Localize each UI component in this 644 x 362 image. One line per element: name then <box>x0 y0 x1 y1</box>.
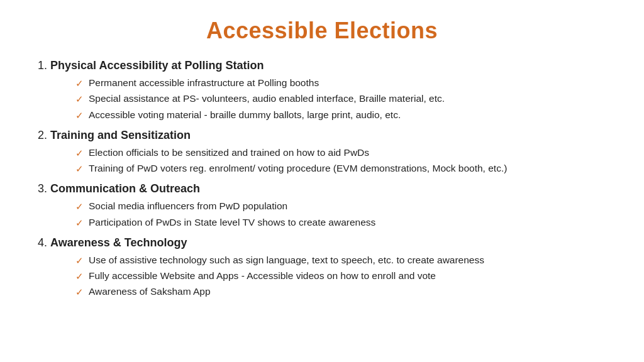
bullet-text: Participation of PwDs in State level TV … <box>89 215 375 230</box>
content-area: 1. Physical Accessibility at Polling Sta… <box>38 55 606 300</box>
bullet-text: Election officials to be sensitized and … <box>89 145 369 160</box>
bullet-list-4: ✓Use of assistive technology such as sig… <box>38 253 606 300</box>
list-item: ✓Special assistance at PS- volunteers, a… <box>38 91 606 106</box>
checkmark-icon: ✓ <box>75 285 84 299</box>
bullet-list-2: ✓Election officials to be sensitized and… <box>38 145 606 177</box>
bullet-text: Use of assistive technology such as sign… <box>89 253 484 268</box>
checkmark-icon: ✓ <box>75 146 84 160</box>
list-item: ✓Awareness of Saksham App <box>38 284 606 299</box>
section-heading-1: 1. Physical Accessibility at Polling Sta… <box>38 59 606 72</box>
bullet-text: Permanent accessible infrastructure at P… <box>89 75 319 90</box>
checkmark-icon: ✓ <box>75 216 84 230</box>
bullet-text: Special assistance at PS- volunteers, au… <box>89 91 445 106</box>
checkmark-icon: ✓ <box>75 253 84 268</box>
bullet-list-3: ✓Social media influencers from PwD popul… <box>38 199 606 230</box>
list-item: ✓Participation of PwDs in State level TV… <box>38 215 606 230</box>
checkmark-icon: ✓ <box>75 108 84 123</box>
checkmark-icon: ✓ <box>75 92 84 106</box>
checkmark-icon: ✓ <box>75 199 84 214</box>
checkmark-icon: ✓ <box>75 162 84 176</box>
section-heading-3: 3. Communication & Outreach <box>38 182 606 195</box>
slide-title: Accessible Elections <box>38 18 606 44</box>
list-item: ✓Use of assistive technology such as sig… <box>38 253 606 268</box>
list-item: ✓Social media influencers from PwD popul… <box>38 199 606 214</box>
slide: Accessible Elections 1. Physical Accessi… <box>0 0 644 362</box>
list-item: ✓Permanent accessible infrastructure at … <box>38 75 606 90</box>
list-item: ✓Election officials to be sensitized and… <box>38 145 606 160</box>
bullet-text: Social media influencers from PwD popula… <box>89 199 287 214</box>
bullet-text: Accessible voting material - braille dum… <box>89 107 401 123</box>
bullet-list-1: ✓Permanent accessible infrastructure at … <box>38 75 606 123</box>
list-item: ✓Fully accessible Website and Apps - Acc… <box>38 268 606 283</box>
bullet-text: Awareness of Saksham App <box>89 284 211 299</box>
checkmark-icon: ✓ <box>75 269 84 283</box>
checkmark-icon: ✓ <box>75 76 84 90</box>
bullet-text: Training of PwD voters reg. enrolment/ v… <box>89 161 507 176</box>
list-item: ✓Training of PwD voters reg. enrolment/ … <box>38 161 606 176</box>
bullet-text: Fully accessible Website and Apps - Acce… <box>89 268 436 283</box>
list-item: ✓Accessible voting material - braille du… <box>38 107 606 123</box>
section-heading-4: 4. Awareness & Technology <box>38 236 606 250</box>
section-heading-2: 2. Training and Sensitization <box>38 129 606 142</box>
